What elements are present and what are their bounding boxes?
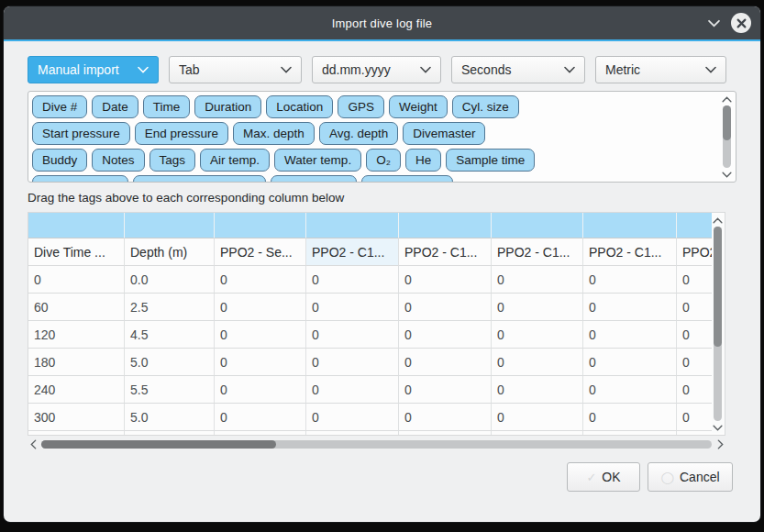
chevron-down-icon <box>564 66 575 73</box>
tag-dive[interactable]: Dive # <box>32 95 87 118</box>
tag-notes[interactable]: Notes <box>92 149 144 172</box>
table-cell: 0 <box>583 266 677 294</box>
table-vertical-scrollbar[interactable] <box>712 215 724 433</box>
column-drop-target[interactable] <box>215 213 306 238</box>
field-separator-value: Tab <box>179 62 273 77</box>
table-cell: 5.0 <box>125 349 215 376</box>
column-header[interactable]: PPO2 - C1... <box>583 238 677 266</box>
cancel-circle-icon: ◯ <box>660 471 674 484</box>
ok-button[interactable]: ✓ OK <box>567 462 640 492</box>
chevron-left-icon[interactable] <box>28 439 39 450</box>
tag-sample-time[interactable]: Sample time <box>446 149 535 172</box>
tag-avg-depth[interactable]: Avg. depth <box>319 122 398 145</box>
close-button[interactable] <box>731 13 751 33</box>
tag-duration[interactable]: Duration <box>194 95 261 118</box>
chevron-up-icon[interactable] <box>721 94 732 105</box>
import-dialog-window: Import dive log file Manual import Tab d… <box>4 6 760 522</box>
scrollbar-thumb[interactable] <box>723 105 731 140</box>
scrollbar-thumb[interactable] <box>714 227 722 347</box>
field-separator-select[interactable]: Tab <box>169 56 302 83</box>
tag-sample-temperature[interactable]: Sample temperature <box>133 175 265 183</box>
tag-cyl-size[interactable]: Cyl. size <box>452 95 519 118</box>
chevron-up-icon[interactable] <box>713 215 724 226</box>
table-cell <box>492 431 583 435</box>
column-header[interactable]: PPO2 - C1... <box>306 238 399 266</box>
table-header-row: Dive Time ...Depth (m)PPO2 - Se...PPO2 -… <box>28 238 712 266</box>
column-drop-target[interactable] <box>492 213 583 238</box>
table-cell: 0 <box>583 404 677 431</box>
tag-gps[interactable]: GPS <box>338 95 384 118</box>
column-header[interactable]: Dive Time ... <box>28 238 125 266</box>
table-cell: 0 <box>306 376 399 404</box>
tag-water-temp[interactable]: Water temp. <box>274 149 361 172</box>
tag-list-scrollbar[interactable] <box>720 94 733 180</box>
units-value: Metric <box>605 62 698 77</box>
chevron-right-icon[interactable] <box>714 439 725 450</box>
scrollbar-thumb[interactable] <box>41 440 276 449</box>
dialog-buttons: ✓ OK ◯ Cancel <box>28 462 736 492</box>
tag-divemaster[interactable]: Divemaster <box>403 122 485 145</box>
tag-tags[interactable]: Tags <box>149 149 196 172</box>
chevron-down-icon[interactable] <box>705 15 722 31</box>
titlebar[interactable]: Import dive log file <box>4 6 760 39</box>
column-drop-target[interactable] <box>677 213 712 238</box>
tag-buddy[interactable]: Buddy <box>32 149 87 172</box>
table-cell <box>125 431 215 435</box>
column-header[interactable]: PPO2 - C1... <box>492 238 583 266</box>
tag-air-temp[interactable]: Air temp. <box>200 149 270 172</box>
import-mode-value: Manual import <box>38 62 130 77</box>
table-row: 2405.5000000 <box>28 376 712 404</box>
column-header[interactable]: PPO2 - Se... <box>215 238 306 266</box>
cancel-button[interactable]: ◯ Cancel <box>648 462 733 492</box>
import-settings-row: Manual import Tab dd.mm.yyyy Seconds Met… <box>28 56 736 83</box>
tag-sample-depth[interactable]: Sample depth <box>32 175 128 183</box>
table-cell: 0 <box>677 376 712 404</box>
preview-table: Dive Time ...Depth (m)PPO2 - Se...PPO2 -… <box>28 212 725 436</box>
duration-format-select[interactable]: Seconds <box>451 56 585 83</box>
column-drop-target[interactable] <box>306 213 399 238</box>
tag-time[interactable]: Time <box>143 95 191 118</box>
chevron-down-icon[interactable] <box>713 422 724 433</box>
table-cell: 0 <box>583 376 677 404</box>
tag-o[interactable]: O₂ <box>366 149 401 172</box>
tag-end-pressure[interactable]: End pressure <box>135 122 228 145</box>
table-cell: 5.0 <box>125 404 215 431</box>
chevron-down-icon[interactable] <box>721 169 732 180</box>
tag-date[interactable]: Date <box>92 95 138 118</box>
table-cell <box>583 431 677 435</box>
date-format-select[interactable]: dd.mm.yyyy <box>312 56 441 83</box>
table-cell: 0 <box>306 266 399 294</box>
units-select[interactable]: Metric <box>595 56 726 83</box>
tag-max-depth[interactable]: Max. depth <box>233 122 315 145</box>
table-cell: 0 <box>399 376 492 404</box>
tag-start-pressure[interactable]: Start pressure <box>32 122 130 145</box>
tag-weight[interactable]: Weight <box>389 95 448 118</box>
import-mode-select[interactable]: Manual import <box>28 56 159 83</box>
table-cell <box>306 431 399 435</box>
scrollbar-track[interactable] <box>714 227 722 421</box>
column-header[interactable]: PPO2 - C1... <box>677 238 712 266</box>
table-cell: 0 <box>399 349 492 376</box>
tag-sample-cns[interactable]: Sample CNS <box>361 175 453 183</box>
tag-he[interactable]: He <box>405 149 441 172</box>
table-cell <box>399 431 492 435</box>
table-cell: 0 <box>583 349 677 376</box>
column-drop-target[interactable] <box>28 213 125 238</box>
scrollbar-track[interactable] <box>41 440 712 449</box>
table-horizontal-scrollbar[interactable] <box>28 438 725 451</box>
tag-sample-po[interactable]: Sample pO₂ <box>271 175 358 183</box>
table-cell: 0 <box>677 266 712 294</box>
scrollbar-track[interactable] <box>723 105 731 168</box>
column-drop-target-row <box>28 213 712 238</box>
column-drop-target[interactable] <box>125 213 215 238</box>
table-cell: 0 <box>215 376 306 404</box>
table-cell: 180 <box>28 349 125 376</box>
column-drop-target[interactable] <box>399 213 492 238</box>
table-cell: 0 <box>215 321 306 349</box>
column-drop-target[interactable] <box>583 213 677 238</box>
table-cell: 0 <box>306 321 399 349</box>
column-header[interactable]: Depth (m) <box>125 238 215 266</box>
table-cell <box>28 431 125 435</box>
column-header[interactable]: PPO2 - C1... <box>399 238 492 266</box>
tag-location[interactable]: Location <box>266 95 333 118</box>
